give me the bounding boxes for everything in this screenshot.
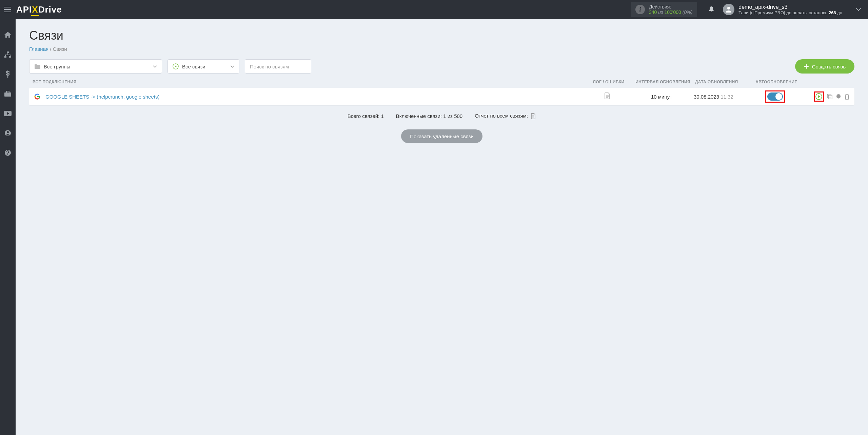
user-menu-chevron[interactable] <box>849 6 868 13</box>
svg-rect-3 <box>9 56 11 58</box>
svg-rect-1 <box>7 51 9 53</box>
topbar: APIXDrive i Действия: 340 из 100'000 (0%… <box>0 0 868 19</box>
document-icon <box>604 92 610 99</box>
update-time: 11:32 <box>721 94 733 100</box>
svg-rect-11 <box>828 95 832 99</box>
info-icon: i <box>635 5 645 14</box>
tariff-info: Тариф |Премиум PRO| до оплаты осталось 2… <box>738 10 842 15</box>
actions-pct: (0%) <box>683 9 693 15</box>
main-content: Связи Главная / Связи Все группы Все свя… <box>16 19 868 435</box>
connection-interval: 10 минут <box>629 94 694 100</box>
logo-text-drive: Drive <box>38 4 62 15</box>
actions-of: из <box>658 9 663 15</box>
briefcase-icon <box>4 91 12 97</box>
svg-rect-4 <box>4 92 11 97</box>
logo-text-api: API <box>16 4 32 15</box>
col-header-log: ЛОГ / ОШИБКИ <box>587 80 631 84</box>
play-icon <box>815 93 822 100</box>
svg-point-7 <box>7 131 9 133</box>
sidebar-billing[interactable] <box>0 68 16 80</box>
chevron-down-icon <box>856 8 861 11</box>
svg-rect-12 <box>827 94 831 98</box>
summary-report: Отчет по всем связям: <box>475 113 536 119</box>
breadcrumb-home-link[interactable]: Главная <box>29 46 48 52</box>
notifications-bell[interactable] <box>703 6 719 13</box>
create-connection-label: Создать связь <box>812 64 846 69</box>
col-header-interval: ИНТЕРВАЛ ОБНОВЛЕНИЯ <box>631 80 695 84</box>
settings-button[interactable] <box>835 94 842 100</box>
summary-total: Всего связей: 1 <box>348 113 384 119</box>
auto-update-toggle[interactable] <box>767 92 783 101</box>
connection-update-date: 30.08.2023 11:32 <box>694 94 751 100</box>
sidebar <box>0 19 16 435</box>
svg-point-0 <box>727 7 730 9</box>
help-icon <box>4 149 11 156</box>
copy-icon <box>827 94 833 100</box>
col-header-name: ВСЕ ПОДКЛЮЧЕНИЯ <box>33 80 587 84</box>
create-connection-button[interactable]: Создать связь <box>795 59 854 74</box>
user-icon <box>725 6 732 13</box>
col-header-date: ДАТА ОБНОВЛЕНИЯ <box>695 80 753 84</box>
sidebar-account[interactable] <box>0 127 16 139</box>
report-button[interactable] <box>531 113 536 119</box>
chevron-down-icon <box>230 63 234 69</box>
toggle-highlight <box>765 90 785 103</box>
sidebar-help[interactable] <box>0 147 16 159</box>
actions-counter[interactable]: i Действия: 340 из 100'000 (0%) <box>631 2 697 17</box>
sidebar-video[interactable] <box>0 108 16 119</box>
connections-filter-select[interactable]: Все связи <box>167 59 239 74</box>
connections-filter-label: Все связи <box>182 64 205 69</box>
connection-name-link[interactable]: GOOGLE SHEETS -> (helpcrunch, google she… <box>45 94 585 100</box>
groups-select[interactable]: Все группы <box>29 59 162 74</box>
logo[interactable]: APIXDrive <box>16 4 62 15</box>
play-circle-icon <box>173 63 179 69</box>
play-highlight <box>814 91 824 102</box>
hamburger-menu[interactable] <box>0 0 15 19</box>
auto-update-column <box>751 90 799 103</box>
actions-limit: 100'000 <box>664 9 681 15</box>
youtube-icon <box>4 110 12 117</box>
plus-icon <box>804 64 809 69</box>
page-title: Связи <box>29 28 854 43</box>
groups-select-label: Все группы <box>44 64 70 69</box>
log-button[interactable] <box>585 92 629 101</box>
layout: Связи Главная / Связи Все группы Все свя… <box>0 19 868 435</box>
search-input[interactable] <box>245 59 311 74</box>
document-icon <box>531 113 536 119</box>
home-icon <box>4 32 12 38</box>
svg-rect-2 <box>4 56 6 58</box>
search-box <box>245 59 311 74</box>
username: demo_apix-drive_s3 <box>738 4 842 10</box>
hamburger-icon <box>4 6 11 13</box>
sitemap-icon <box>4 51 12 58</box>
tariff-suffix: дн <box>836 10 842 15</box>
breadcrumb-separator: / <box>50 46 53 52</box>
folder-icon <box>34 64 40 69</box>
sidebar-toolbox[interactable] <box>0 88 16 100</box>
update-date: 30.08.2023 <box>694 94 719 100</box>
summary-row: Всего связей: 1 Включенные связи: 1 из 5… <box>29 113 854 119</box>
gear-icon <box>835 94 842 100</box>
actions-numbers: 340 из 100'000 (0%) <box>649 9 692 15</box>
connection-row: GOOGLE SHEETS -> (helpcrunch, google she… <box>29 88 854 105</box>
sidebar-connections[interactable] <box>0 49 16 60</box>
sidebar-home[interactable] <box>0 29 16 41</box>
breadcrumb-current: Связи <box>53 46 67 52</box>
chevron-down-icon <box>153 63 157 69</box>
actions-used: 340 <box>649 9 657 15</box>
col-header-auto: АВТООБНОВЛЕНИЕ <box>753 80 800 84</box>
logo-text-x: X <box>32 4 38 15</box>
run-now-button[interactable] <box>815 93 822 100</box>
breadcrumb: Главная / Связи <box>29 46 854 52</box>
delete-button[interactable] <box>844 94 850 100</box>
trash-icon <box>844 94 850 100</box>
filters-row: Все группы Все связи Создать связь <box>29 59 854 74</box>
show-deleted-button[interactable]: Показать удаленные связи <box>401 129 482 143</box>
table-header: ВСЕ ПОДКЛЮЧЕНИЯ ЛОГ / ОШИБКИ ИНТЕРВАЛ ОБ… <box>29 80 854 88</box>
topbar-right: i Действия: 340 из 100'000 (0%) demo_api… <box>631 0 868 19</box>
user-menu[interactable]: demo_apix-drive_s3 Тариф |Премиум PRO| д… <box>719 4 849 15</box>
avatar <box>723 4 734 15</box>
tariff-days: 268 <box>829 10 836 15</box>
copy-button[interactable] <box>827 94 833 100</box>
dollar-icon <box>5 70 10 78</box>
